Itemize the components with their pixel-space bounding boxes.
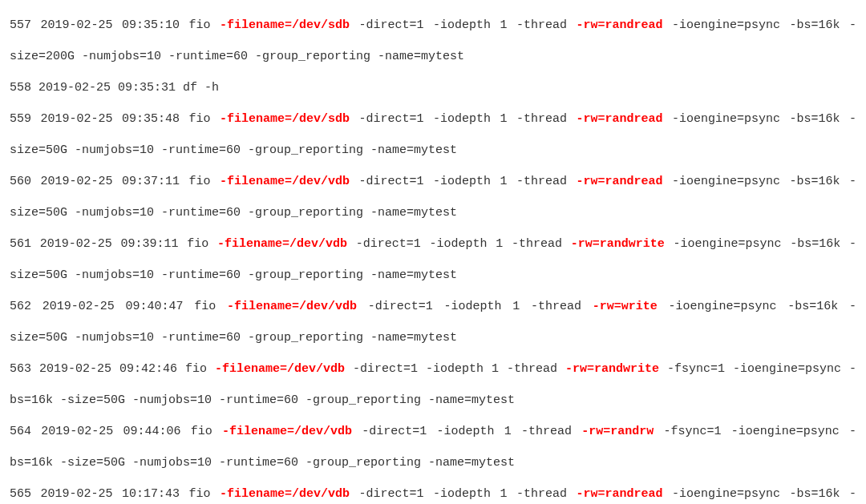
history-entry: 564 2019-02-25 09:44:06 fio -filename=/d… bbox=[10, 416, 856, 478]
command-text: fio bbox=[185, 362, 215, 376]
highlighted-arg: -rw=randwrite bbox=[565, 362, 659, 376]
command-text: -direct=1 -iodepth 1 -thread bbox=[345, 362, 565, 376]
command-text: df -h bbox=[183, 81, 219, 95]
history-entry: 557 2019-02-25 09:35:10 fio -filename=/d… bbox=[10, 10, 856, 72]
history-timestamp: 2019-02-25 09:35:10 bbox=[41, 18, 180, 32]
history-entry: 565 2019-02-25 10:17:43 fio -filename=/d… bbox=[10, 478, 856, 504]
history-timestamp: 2019-02-25 09:35:31 bbox=[38, 81, 176, 95]
history-timestamp: 2019-02-25 10:17:43 bbox=[41, 487, 180, 501]
command-text: fio bbox=[187, 237, 217, 251]
history-timestamp: 2019-02-25 09:39:11 bbox=[40, 237, 179, 251]
command-text: fio bbox=[194, 300, 227, 313]
command-text: fio bbox=[189, 175, 221, 188]
command-text: -direct=1 -iodepth 1 -thread bbox=[350, 112, 576, 126]
history-timestamp: 2019-02-25 09:35:48 bbox=[41, 112, 180, 126]
command-text: fio bbox=[189, 18, 221, 32]
history-number: 560 bbox=[10, 175, 31, 188]
command-text: -direct=1 -iodepth 1 -thread bbox=[352, 425, 581, 438]
history-entries: 557 2019-02-25 09:35:10 fio -filename=/d… bbox=[10, 10, 856, 504]
history-number: 563 bbox=[10, 362, 31, 376]
history-number: 559 bbox=[10, 112, 31, 126]
highlighted-arg: -rw=randread bbox=[576, 487, 662, 501]
highlighted-arg: -filename=/dev/vdb bbox=[215, 362, 345, 376]
highlighted-arg: -filename=/dev/sdb bbox=[220, 18, 350, 32]
history-terminal: 557 2019-02-25 09:35:10 fio -filename=/d… bbox=[0, 0, 866, 504]
history-number: 564 bbox=[10, 425, 31, 438]
command-text: fio bbox=[191, 425, 222, 438]
highlighted-arg: -filename=/dev/sdb bbox=[220, 112, 350, 126]
history-entry: 560 2019-02-25 09:37:11 fio -filename=/d… bbox=[10, 166, 856, 228]
highlighted-arg: -filename=/dev/vdb bbox=[227, 300, 357, 313]
history-number: 561 bbox=[10, 237, 31, 251]
history-timestamp: 2019-02-25 09:37:11 bbox=[41, 175, 180, 188]
highlighted-arg: -filename=/dev/vdb bbox=[220, 487, 350, 501]
history-number: 562 bbox=[10, 300, 31, 313]
history-timestamp: 2019-02-25 09:40:47 bbox=[42, 300, 184, 313]
history-entry: 562 2019-02-25 09:40:47 fio -filename=/d… bbox=[10, 291, 856, 353]
highlighted-arg: -filename=/dev/vdb bbox=[220, 175, 350, 188]
highlighted-arg: -rw=randread bbox=[576, 175, 662, 188]
highlighted-arg: -filename=/dev/vdb bbox=[217, 237, 347, 251]
highlighted-arg: -rw=randread bbox=[576, 18, 662, 32]
history-timestamp: 2019-02-25 09:42:46 bbox=[39, 362, 177, 376]
highlighted-arg: -rw=write bbox=[593, 300, 658, 313]
command-text: fio bbox=[189, 112, 221, 126]
command-text: fio bbox=[189, 487, 221, 501]
history-entry: 561 2019-02-25 09:39:11 fio -filename=/d… bbox=[10, 228, 856, 291]
history-entry: 563 2019-02-25 09:42:46 fio -filename=/d… bbox=[10, 353, 856, 416]
highlighted-arg: -rw=randrw bbox=[581, 425, 654, 438]
command-text: -direct=1 -iodepth 1 -thread bbox=[347, 237, 571, 251]
history-entry: 559 2019-02-25 09:35:48 fio -filename=/d… bbox=[10, 103, 856, 166]
history-number: 558 bbox=[10, 81, 31, 95]
highlighted-arg: -filename=/dev/vdb bbox=[222, 425, 352, 438]
command-text: -direct=1 -iodepth 1 -thread bbox=[350, 487, 576, 501]
history-number: 565 bbox=[10, 487, 31, 501]
command-text: -direct=1 -iodepth 1 -thread bbox=[350, 175, 576, 188]
history-number: 557 bbox=[10, 18, 31, 32]
history-timestamp: 2019-02-25 09:44:06 bbox=[41, 425, 180, 438]
highlighted-arg: -rw=randread bbox=[576, 112, 662, 126]
command-text: -direct=1 -iodepth 1 -thread bbox=[350, 18, 576, 32]
command-text: -direct=1 -iodepth 1 -thread bbox=[357, 300, 593, 313]
history-entry: 558 2019-02-25 09:35:31 df -h bbox=[10, 72, 856, 103]
history-command: df -h bbox=[183, 81, 219, 95]
highlighted-arg: -rw=randwrite bbox=[571, 237, 665, 251]
